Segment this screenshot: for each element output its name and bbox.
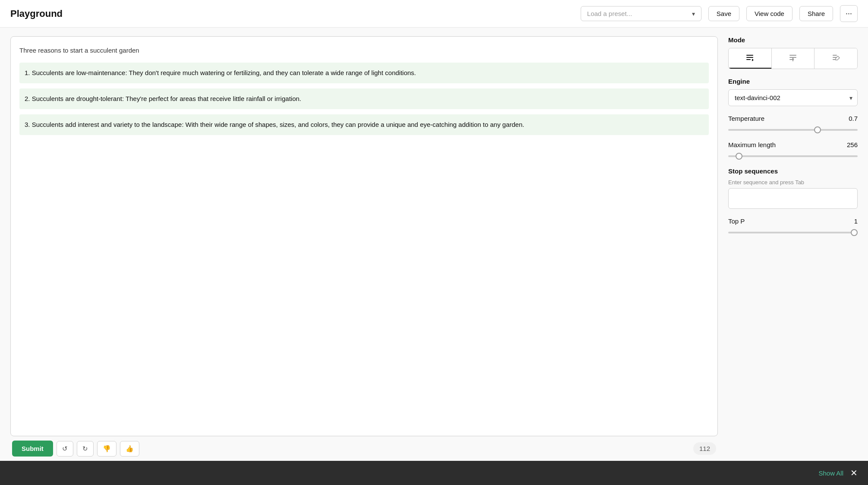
- editor-container[interactable]: Three reasons to start a succulent garde…: [10, 36, 718, 436]
- top-p-section: Top P 1: [728, 217, 858, 235]
- header: Playground Load a preset... ▾ Save View …: [0, 0, 868, 28]
- mode-complete-button[interactable]: [729, 48, 772, 69]
- thumbs-down-button[interactable]: 👎: [97, 441, 116, 457]
- edit-mode-icon: [831, 53, 841, 64]
- show-all-button[interactable]: Show All: [818, 469, 843, 477]
- thumbs-down-icon: 👎: [103, 445, 111, 453]
- content-area: Three reasons to start a succulent garde…: [10, 36, 718, 461]
- bottom-bar: Show All ✕: [0, 461, 868, 485]
- top-p-value: 1: [854, 217, 858, 225]
- svg-rect-4: [789, 55, 796, 56]
- max-length-section: Maximum length 256: [728, 141, 858, 159]
- thumbs-up-button[interactable]: 👍: [120, 441, 139, 457]
- mode-section: Mode: [728, 36, 858, 69]
- engine-label: Engine: [728, 78, 858, 85]
- top-p-row: Top P 1: [728, 217, 858, 225]
- temperature-row: Temperature 0.7: [728, 115, 858, 122]
- editor-response-2: 2. Succulents are drought-tolerant: They…: [19, 88, 709, 109]
- svg-rect-1: [746, 57, 753, 58]
- top-p-label: Top P: [728, 217, 854, 225]
- redo-icon: ↻: [82, 445, 88, 453]
- engine-select-wrapper: text-davinci-002 text-curie-001 text-bab…: [728, 89, 858, 106]
- sidebar: Mode: [728, 36, 858, 461]
- redo-button[interactable]: ↻: [77, 441, 94, 457]
- engine-section: Engine text-davinci-002 text-curie-001 t…: [728, 78, 858, 106]
- svg-rect-2: [746, 59, 751, 60]
- stop-sequences-input[interactable]: [728, 188, 858, 209]
- undo-button[interactable]: ↺: [57, 441, 73, 457]
- svg-marker-3: [752, 59, 754, 61]
- max-length-value: 256: [847, 141, 858, 148]
- svg-marker-8: [792, 58, 794, 60]
- svg-rect-5: [789, 57, 796, 58]
- svg-rect-11: [833, 59, 836, 60]
- temperature-section: Temperature 0.7: [728, 115, 858, 132]
- editor-response-1: 1. Succulents are low-maintenance: They …: [19, 63, 709, 83]
- temperature-label: Temperature: [728, 115, 849, 122]
- stop-sequences-section: Stop sequences Enter sequence and press …: [728, 167, 858, 209]
- engine-select[interactable]: text-davinci-002 text-curie-001 text-bab…: [728, 89, 858, 106]
- svg-rect-0: [746, 55, 753, 56]
- stop-sequences-hint: Enter sequence and press Tab: [728, 179, 858, 186]
- svg-rect-9: [833, 55, 837, 56]
- thumbs-up-icon: 👍: [126, 445, 134, 453]
- editor-response-3: 3. Succulents add interest and variety t…: [19, 114, 709, 135]
- editor-prompt: Three reasons to start a succulent garde…: [19, 45, 709, 56]
- preset-dropdown[interactable]: Load a preset... ▾: [581, 6, 701, 21]
- max-length-slider[interactable]: [728, 155, 858, 157]
- main-layout: Three reasons to start a succulent garde…: [0, 28, 868, 461]
- mode-buttons: [728, 48, 858, 69]
- temperature-slider[interactable]: [728, 129, 858, 131]
- temperature-value: 0.7: [849, 115, 858, 122]
- more-button[interactable]: ···: [840, 5, 858, 22]
- insert-mode-icon: [788, 53, 798, 64]
- editor-toolbar: Submit ↺ ↻ 👎 👍 112: [10, 436, 718, 461]
- max-length-row: Maximum length 256: [728, 141, 858, 148]
- app-title: Playground: [10, 8, 63, 19]
- undo-icon: ↺: [62, 445, 68, 453]
- share-button[interactable]: Share: [799, 6, 833, 21]
- mode-edit-button[interactable]: [815, 48, 857, 69]
- view-code-button[interactable]: View code: [746, 6, 793, 21]
- top-p-slider[interactable]: [728, 232, 858, 233]
- preset-placeholder: Load a preset...: [587, 10, 689, 17]
- close-button[interactable]: ✕: [850, 468, 858, 478]
- max-length-label: Maximum length: [728, 141, 847, 148]
- token-count: 112: [693, 442, 716, 455]
- mode-label: Mode: [728, 36, 858, 44]
- submit-button[interactable]: Submit: [12, 441, 53, 457]
- chevron-down-icon: ▾: [692, 10, 695, 17]
- save-button[interactable]: Save: [708, 6, 739, 21]
- stop-sequences-label: Stop sequences: [728, 167, 858, 175]
- complete-mode-icon: [745, 53, 755, 64]
- mode-insert-button[interactable]: [772, 48, 815, 69]
